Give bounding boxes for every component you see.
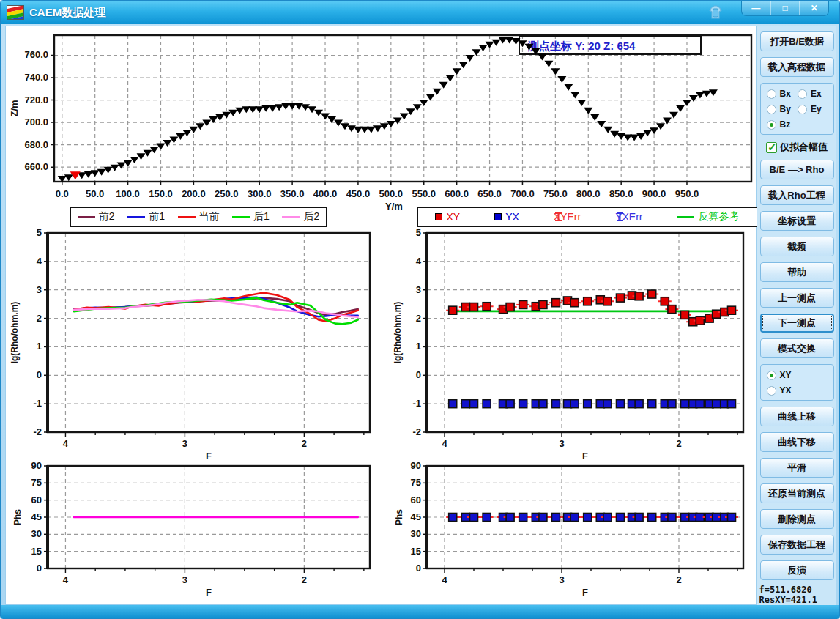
titlebar: CAEM数据处理 — □ ✕: [1, 1, 839, 24]
svg-text:F: F: [582, 587, 588, 598]
save-project-button[interactable]: 保存数据工程: [760, 535, 834, 555]
svg-text:100.0: 100.0: [116, 188, 140, 199]
elevation-profile-chart[interactable]: 0.050.0100.0150.0200.0250.0300.0350.0400…: [6, 29, 757, 212]
rho-current-legend: XYYXXYErrYXErr反算参考: [417, 207, 758, 227]
legend-label: 后1: [253, 210, 270, 223]
rho-current-chart[interactable]: 432543210-1-2Flg(Rho/ohm.m): [390, 229, 760, 460]
radio-bz[interactable]: Bz: [767, 119, 798, 130]
load-elevation-button[interactable]: 载入高程数据: [760, 57, 834, 77]
radio-ex[interactable]: Ex: [798, 89, 829, 99]
prev-point-button[interactable]: 上一测点: [760, 288, 834, 308]
svg-text:550.0: 550.0: [412, 188, 436, 199]
sidebar: 打开B/E数据 载入高程数据 Bx By Bz: [757, 26, 836, 605]
legend-swatch-icon: [232, 216, 250, 218]
legend-item-XY: XY: [435, 211, 460, 223]
svg-text:0: 0: [37, 563, 42, 574]
radio-dot-icon: [798, 105, 807, 114]
svg-text:3: 3: [559, 574, 564, 585]
close-button[interactable]: ✕: [799, 1, 828, 15]
window-bottom-frame: [1, 605, 839, 618]
app-logo-icon: [7, 5, 24, 20]
radio-ey[interactable]: Ey: [798, 104, 829, 114]
radio-xy[interactable]: XY: [767, 370, 829, 380]
maximize-button[interactable]: □: [770, 1, 800, 15]
restore-point-button[interactable]: 还原当前测点: [760, 483, 834, 503]
svg-text:30: 30: [31, 528, 42, 539]
phs-current-chart[interactable]: 4329075604530150FPhs: [390, 460, 760, 606]
svg-text:650.0: 650.0: [477, 188, 502, 199]
delete-point-button[interactable]: 删除测点: [760, 509, 834, 529]
legend-label: 当前: [199, 210, 220, 223]
svg-text:3: 3: [416, 284, 421, 295]
svg-text:0.0: 0.0: [56, 188, 69, 199]
svg-text:950.0: 950.0: [675, 188, 699, 199]
legend-item-YX: YX: [494, 211, 519, 223]
smooth-button[interactable]: 平滑: [760, 458, 834, 478]
curve-up-button[interactable]: 曲线上移: [760, 407, 834, 426]
curve-down-button[interactable]: 曲线下移: [760, 432, 834, 452]
rho-history-chart[interactable]: 432543210-1-2Flg(Rho/ohm.m): [6, 229, 390, 460]
help-button[interactable]: 帮助: [760, 262, 834, 282]
legend-swatch-icon: [282, 216, 300, 218]
svg-text:15: 15: [411, 546, 421, 557]
legend-item-前2: 前2: [78, 210, 115, 223]
radio-yx[interactable]: YX: [767, 385, 829, 396]
legend-swatch-icon: [677, 216, 694, 218]
window-controls: — □ ✕: [741, 1, 829, 16]
svg-text:700.0: 700.0: [510, 188, 535, 199]
load-rho-button[interactable]: 载入Rho工程: [760, 185, 834, 205]
status-frequency: f=511.6820: [759, 585, 835, 596]
svg-text:750.0: 750.0: [543, 188, 568, 199]
svg-text:740.0: 740.0: [24, 72, 48, 83]
svg-text:lg(Rho/ohm.m): lg(Rho/ohm.m): [393, 302, 403, 364]
svg-text:75: 75: [411, 477, 421, 488]
svg-text:2: 2: [302, 438, 307, 449]
legend-item-YXErr: YXErr: [615, 211, 642, 223]
svg-text:850.0: 850.0: [609, 188, 633, 199]
svg-text:4: 4: [442, 574, 447, 585]
svg-text:3: 3: [559, 438, 564, 449]
skin-icon[interactable]: [707, 4, 724, 21]
svg-text:30: 30: [411, 528, 421, 539]
svg-text:2: 2: [416, 313, 421, 324]
legend-swatch-icon: [178, 216, 196, 218]
window-title: CAEM数据处理: [29, 6, 105, 20]
svg-text:-2: -2: [412, 426, 421, 437]
svg-text:760.0: 760.0: [24, 49, 48, 60]
svg-text:Phs: Phs: [394, 509, 404, 525]
radio-dot-icon: [767, 89, 776, 99]
svg-text:4: 4: [442, 438, 447, 449]
svg-text:-1: -1: [412, 398, 421, 409]
be-to-rho-button[interactable]: B/E —> Rho: [760, 160, 834, 179]
svg-text:75: 75: [31, 477, 42, 488]
svg-text:720.0: 720.0: [24, 94, 48, 105]
component-radio-group: Bx By Bz Ex: [760, 83, 834, 135]
legend-swatch-icon: [435, 213, 442, 220]
fit-amplitude-checkbox[interactable]: 仅拟合幅值: [766, 141, 828, 154]
svg-text:15: 15: [31, 546, 42, 557]
svg-text:250.0: 250.0: [215, 188, 239, 199]
radio-bx[interactable]: Bx: [767, 89, 798, 99]
svg-text:2: 2: [37, 313, 42, 324]
svg-text:900.0: 900.0: [642, 188, 666, 199]
svg-text:660.0: 660.0: [24, 161, 48, 172]
cut-freq-button[interactable]: 截频: [760, 237, 834, 256]
phs-history-chart[interactable]: 4329075604530150FPhs: [6, 460, 390, 606]
legend-item-后1: 后1: [232, 210, 270, 223]
mode-swap-button[interactable]: 模式交换: [760, 338, 834, 358]
svg-text:lg(Rho/ohm.m): lg(Rho/ohm.m): [10, 302, 20, 364]
next-point-button[interactable]: 下一测点: [760, 314, 834, 333]
svg-text:350.0: 350.0: [280, 188, 305, 199]
svg-text:200.0: 200.0: [182, 188, 206, 199]
open-be-button[interactable]: 打开B/E数据: [760, 31, 834, 51]
svg-text:1: 1: [416, 341, 421, 352]
svg-text:5: 5: [416, 229, 421, 238]
legend-label: 前2: [99, 210, 115, 223]
inversion-button[interactable]: 反演: [760, 560, 834, 580]
minimize-button[interactable]: —: [742, 1, 770, 15]
svg-text:F: F: [582, 451, 588, 460]
coord-setup-button[interactable]: 坐标设置: [760, 211, 834, 231]
svg-text:F: F: [206, 451, 212, 460]
svg-text:500.0: 500.0: [379, 188, 404, 199]
radio-by[interactable]: By: [767, 104, 798, 114]
